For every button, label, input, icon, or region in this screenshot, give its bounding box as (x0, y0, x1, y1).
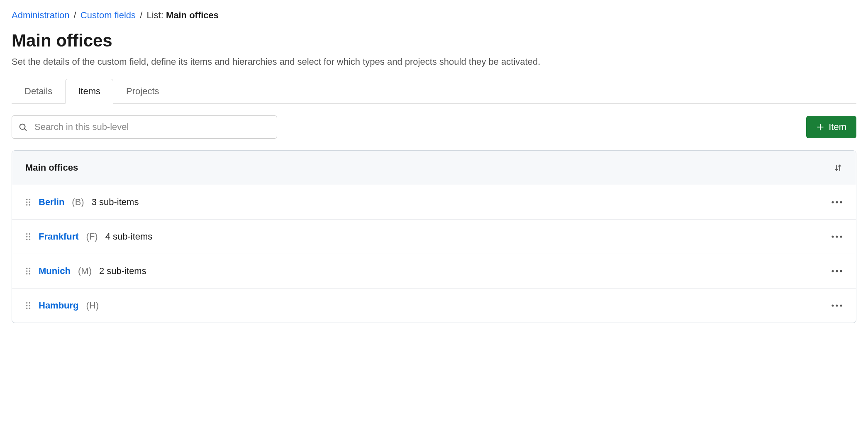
svg-point-7 (29, 199, 31, 201)
svg-point-26 (26, 270, 28, 272)
item-code: (H) (86, 300, 99, 311)
toolbar: Item (12, 115, 856, 139)
svg-point-22 (836, 235, 838, 237)
row-menu-icon[interactable] (831, 235, 843, 238)
item-sub-count: 2 sub-items (99, 266, 146, 277)
svg-point-33 (26, 302, 28, 304)
breadcrumb-administration[interactable]: Administration (12, 10, 69, 20)
svg-point-29 (29, 273, 31, 275)
svg-point-38 (29, 308, 31, 309)
drag-handle-icon[interactable] (25, 198, 31, 207)
list-item: Hamburg(H) (12, 288, 856, 323)
list-item-left: Munich(M)2 sub-items (25, 266, 146, 277)
svg-point-36 (29, 305, 31, 306)
svg-point-31 (836, 270, 838, 272)
svg-point-16 (29, 233, 31, 235)
search-input[interactable] (12, 115, 277, 139)
drag-handle-icon[interactable] (25, 301, 31, 310)
add-item-button[interactable]: Item (806, 116, 856, 138)
drag-handle-icon[interactable] (25, 232, 31, 241)
item-code: (M) (78, 266, 92, 277)
row-menu-icon[interactable] (831, 201, 843, 204)
svg-point-23 (840, 235, 842, 237)
svg-point-9 (29, 201, 31, 203)
svg-point-35 (26, 305, 28, 306)
tab-projects[interactable]: Projects (113, 79, 172, 104)
svg-point-37 (26, 308, 28, 309)
svg-point-15 (26, 233, 28, 235)
svg-point-24 (26, 268, 28, 269)
breadcrumb-list-prefix: List: (146, 10, 163, 20)
tab-details[interactable]: Details (12, 79, 65, 104)
svg-point-30 (831, 270, 834, 272)
item-code: (B) (72, 197, 84, 208)
svg-point-28 (26, 273, 28, 275)
list-item-left: Frankfurt(F)4 sub-items (25, 231, 152, 242)
item-sub-count: 4 sub-items (105, 231, 153, 242)
svg-point-18 (29, 236, 31, 237)
svg-point-21 (831, 235, 834, 237)
svg-point-10 (26, 204, 28, 206)
list-item: Frankfurt(F)4 sub-items (12, 219, 856, 254)
svg-point-11 (29, 204, 31, 206)
svg-point-20 (29, 239, 31, 240)
item-sub-count: 3 sub-items (92, 197, 139, 208)
list-item: Munich(M)2 sub-items (12, 254, 856, 288)
sort-icon[interactable] (834, 163, 843, 172)
svg-point-17 (26, 236, 28, 237)
drag-handle-icon[interactable] (25, 267, 31, 276)
svg-point-41 (840, 304, 842, 306)
svg-point-34 (29, 302, 31, 304)
svg-point-6 (26, 199, 28, 201)
breadcrumb-custom-fields[interactable]: Custom fields (80, 10, 136, 20)
svg-point-19 (26, 239, 28, 240)
item-name-link[interactable]: Berlin (39, 197, 64, 208)
panel-title: Main offices (25, 162, 78, 173)
breadcrumb: Administration / Custom fields / List: M… (12, 10, 856, 21)
breadcrumb-separator: / (140, 10, 142, 20)
item-name-link[interactable]: Hamburg (39, 300, 79, 311)
item-code: (F) (86, 231, 98, 242)
list-item-left: Hamburg(H) (25, 300, 99, 311)
tab-items[interactable]: Items (65, 79, 113, 104)
list-item: Berlin(B)3 sub-items (12, 185, 856, 219)
page-description: Set the details of the custom field, def… (12, 56, 856, 67)
svg-point-13 (836, 201, 838, 203)
svg-point-8 (26, 201, 28, 203)
page-title: Main offices (12, 31, 856, 51)
panel-header: Main offices (12, 151, 856, 185)
item-name-link[interactable]: Frankfurt (39, 231, 79, 242)
svg-point-12 (831, 201, 834, 203)
row-menu-icon[interactable] (831, 304, 843, 307)
svg-point-32 (840, 270, 842, 272)
plus-icon (816, 123, 824, 131)
list-item-left: Berlin(B)3 sub-items (25, 197, 139, 208)
search-icon (18, 122, 27, 132)
tabs: Details Items Projects (12, 79, 856, 104)
svg-point-14 (840, 201, 842, 203)
item-name-link[interactable]: Munich (39, 266, 71, 277)
svg-point-27 (29, 270, 31, 272)
breadcrumb-list-name: Main offices (166, 10, 219, 20)
svg-point-40 (836, 304, 838, 306)
svg-point-25 (29, 268, 31, 269)
svg-line-1 (24, 129, 26, 130)
add-item-label: Item (829, 122, 846, 132)
row-menu-icon[interactable] (831, 269, 843, 273)
items-panel: Main offices Berlin(B)3 sub-items Frankf… (12, 150, 856, 323)
svg-point-39 (831, 304, 834, 306)
search-container (12, 115, 277, 139)
breadcrumb-separator: / (74, 10, 76, 20)
